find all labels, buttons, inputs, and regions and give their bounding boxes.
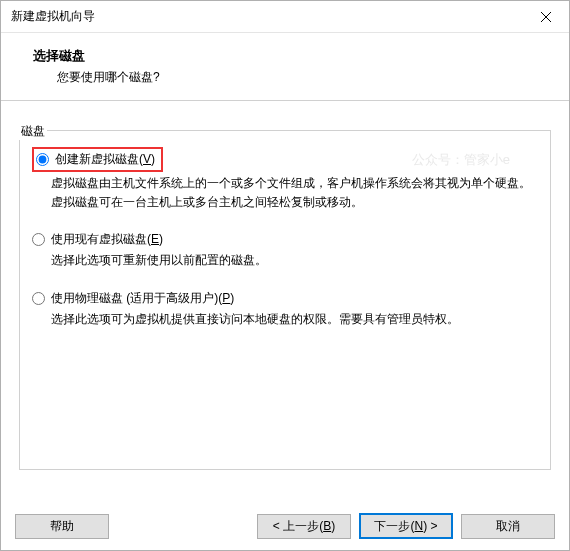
next-label-pre: 下一步( xyxy=(374,519,414,533)
close-icon xyxy=(541,12,551,22)
titlebar: 新建虚拟机向导 xyxy=(1,1,569,33)
back-button[interactable]: < 上一步(B) xyxy=(257,514,351,539)
disk-option-row-1[interactable]: 使用现有虚拟磁盘(E) xyxy=(32,230,538,249)
disk-groupbox: 公众号：管家小e 创建新虚拟磁盘(V)虚拟磁盘由主机文件系统上的一个或多个文件组… xyxy=(19,130,551,470)
groupbox-label: 磁盘 xyxy=(19,123,47,140)
disk-option-1: 使用现有虚拟磁盘(E)选择此选项可重新使用以前配置的磁盘。 xyxy=(32,230,538,270)
wizard-header: 选择磁盘 您要使用哪个磁盘? xyxy=(1,33,569,101)
disk-option-desc-1: 选择此选项可重新使用以前配置的磁盘。 xyxy=(32,251,538,270)
disk-option-2: 使用物理磁盘 (适用于高级用户)(P)选择此选项可为虚拟机提供直接访问本地硬盘的… xyxy=(32,289,538,329)
disk-option-desc-0: 虚拟磁盘由主机文件系统上的一个或多个文件组成，客户机操作系统会将其视为单个硬盘。… xyxy=(32,174,538,212)
disk-option-label-0: 创建新虚拟磁盘(V) xyxy=(55,151,155,168)
cancel-button[interactable]: 取消 xyxy=(461,514,555,539)
window-title: 新建虚拟机向导 xyxy=(11,8,95,25)
back-label-post: ) xyxy=(331,519,335,533)
back-mnemonic: B xyxy=(323,519,331,533)
content-area: 磁盘 公众号：管家小e 创建新虚拟磁盘(V)虚拟磁盘由主机文件系统上的一个或多个… xyxy=(1,101,569,502)
back-label-pre: < 上一步( xyxy=(273,519,323,533)
disk-option-label-2: 使用物理磁盘 (适用于高级用户)(P) xyxy=(51,290,234,307)
wizard-window: 新建虚拟机向导 选择磁盘 您要使用哪个磁盘? 磁盘 公众号：管家小e 创建新虚拟… xyxy=(0,0,570,551)
disk-option-row-0[interactable]: 创建新虚拟磁盘(V) xyxy=(32,147,163,172)
disk-radio-0[interactable] xyxy=(36,153,49,166)
disk-radio-1[interactable] xyxy=(32,233,45,246)
next-label-post: ) > xyxy=(423,519,437,533)
page-subtitle: 您要使用哪个磁盘? xyxy=(33,69,551,86)
disk-option-0: 创建新虚拟磁盘(V)虚拟磁盘由主机文件系统上的一个或多个文件组成，客户机操作系统… xyxy=(32,147,538,212)
next-mnemonic: N xyxy=(414,519,423,533)
disk-option-label-1: 使用现有虚拟磁盘(E) xyxy=(51,231,163,248)
disk-option-desc-2: 选择此选项可为虚拟机提供直接访问本地硬盘的权限。需要具有管理员特权。 xyxy=(32,310,538,329)
help-button[interactable]: 帮助 xyxy=(15,514,109,539)
footer: 帮助 < 上一步(B) 下一步(N) > 取消 xyxy=(1,502,569,550)
disk-option-row-2[interactable]: 使用物理磁盘 (适用于高级用户)(P) xyxy=(32,289,538,308)
disk-radio-2[interactable] xyxy=(32,292,45,305)
page-title: 选择磁盘 xyxy=(33,47,551,65)
next-button[interactable]: 下一步(N) > xyxy=(359,513,453,539)
close-button[interactable] xyxy=(523,2,569,32)
